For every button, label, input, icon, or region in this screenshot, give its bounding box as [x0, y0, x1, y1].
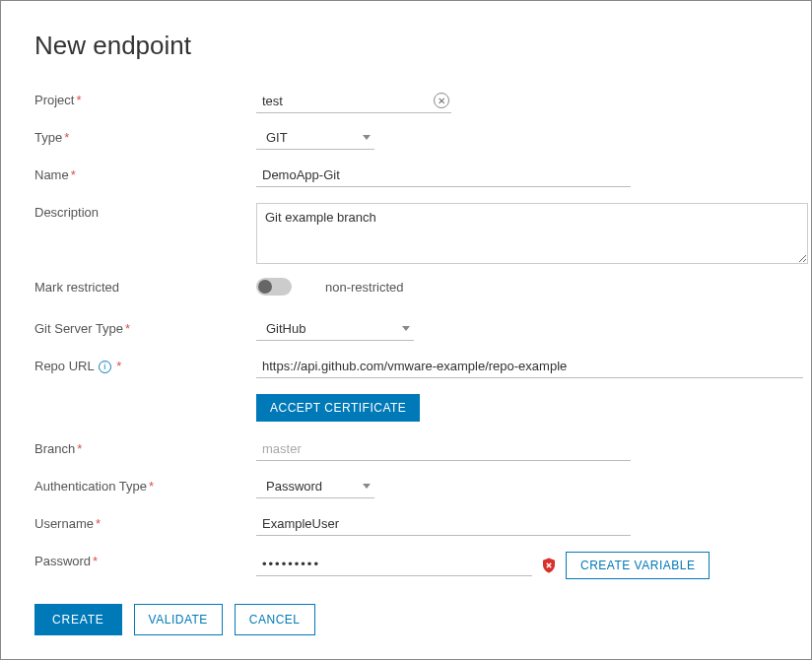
chevron-down-icon	[363, 484, 371, 489]
validate-button[interactable]: VALIDATE	[134, 604, 223, 635]
restricted-toggle[interactable]	[256, 278, 292, 296]
username-input[interactable]	[256, 514, 631, 536]
username-label: Username*	[34, 514, 256, 531]
shield-warning-icon	[540, 557, 558, 574]
project-input[interactable]	[262, 94, 434, 108]
repo-url-input[interactable]	[256, 357, 803, 378]
description-textarea[interactable]	[256, 203, 808, 264]
restricted-status-text: non-restricted	[325, 280, 403, 295]
branch-label: Branch*	[34, 439, 256, 456]
name-input[interactable]	[256, 165, 631, 187]
password-label: Password*	[34, 552, 256, 568]
git-server-type-select[interactable]: GitHub	[256, 319, 414, 341]
auth-type-label: Authentication Type*	[34, 477, 256, 494]
name-label: Name*	[34, 165, 256, 182]
cancel-button[interactable]: CANCEL	[235, 604, 315, 635]
auth-type-select[interactable]: Password	[256, 477, 374, 498]
chevron-down-icon	[402, 326, 410, 331]
repo-url-label: Repo URLi *	[34, 357, 256, 374]
accept-certificate-button[interactable]: ACCEPT CERTIFICATE	[256, 394, 420, 422]
project-label: Project*	[34, 91, 256, 107]
new-endpoint-dialog: New endpoint Project* ✕ Type* GIT Name*	[0, 0, 812, 660]
clear-icon[interactable]: ✕	[434, 93, 449, 108]
info-icon[interactable]: i	[99, 361, 111, 373]
type-label: Type*	[34, 128, 256, 145]
git-server-type-label: Git Server Type*	[34, 319, 256, 336]
project-input-wrap[interactable]: ✕	[256, 91, 451, 113]
dialog-title: New endpoint	[34, 31, 778, 61]
type-select[interactable]: GIT	[256, 128, 374, 150]
create-variable-button[interactable]: CREATE VARIABLE	[566, 552, 710, 579]
mark-restricted-label: Mark restricted	[34, 278, 256, 295]
password-input[interactable]	[256, 555, 532, 576]
description-label: Description	[34, 203, 256, 220]
toggle-knob	[258, 280, 272, 294]
chevron-down-icon	[363, 135, 371, 140]
branch-input[interactable]	[256, 439, 631, 461]
create-button[interactable]: CREATE	[34, 604, 122, 635]
dialog-actions: CREATE VALIDATE CANCEL	[34, 604, 315, 635]
